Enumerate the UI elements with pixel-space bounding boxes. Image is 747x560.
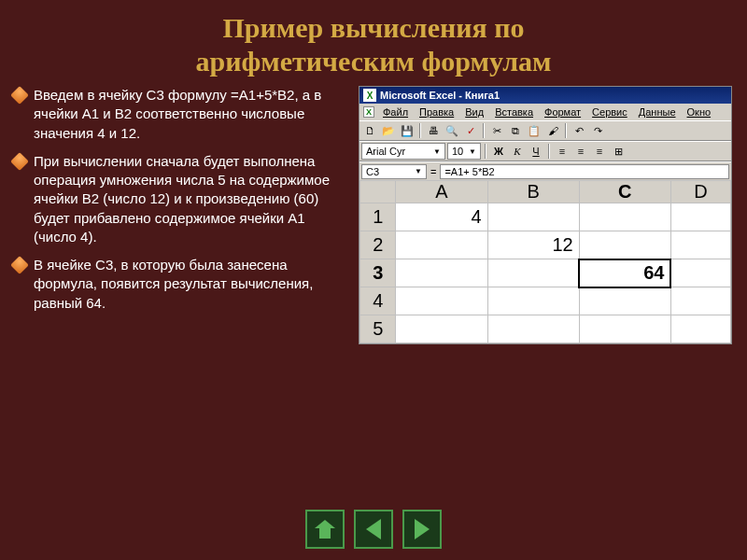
spell-button[interactable]: ✓ (462, 122, 479, 139)
bullet-text: В ячейке С3, в которую была занесена фор… (34, 256, 349, 313)
col-header-B[interactable]: B (487, 181, 579, 203)
menu-view[interactable]: Вид (460, 105, 488, 119)
cell-C4[interactable] (579, 287, 670, 315)
cut-button[interactable]: ✂ (488, 122, 505, 139)
nav-prev-button[interactable] (354, 510, 393, 549)
bullet-text: Введем в ячейку С3 формулу =А1+5*В2, а в… (34, 86, 349, 143)
row-header-2[interactable]: 2 (360, 231, 396, 259)
paste-button[interactable]: 📋 (526, 122, 543, 139)
font-size: 10 (452, 146, 463, 157)
menu-insert[interactable]: Вставка (490, 105, 538, 119)
open-button[interactable]: 📂 (380, 122, 397, 139)
cell-A1[interactable]: 4 (396, 203, 487, 231)
preview-button[interactable]: 🔍 (444, 122, 460, 139)
cell-A2[interactable] (396, 231, 487, 259)
arrow-left-icon (366, 519, 381, 539)
excel-column: X Microsoft Excel - Книга1 X Файл Правка… (359, 86, 732, 344)
excel-titlebar: X Microsoft Excel - Книга1 (359, 87, 731, 104)
row-header-1[interactable]: 1 (360, 203, 396, 231)
formula-text: =A1+ 5*B2 (444, 166, 494, 177)
col-header-A[interactable]: A (396, 181, 487, 203)
menu-data[interactable]: Данные (634, 105, 681, 119)
menu-edit[interactable]: Правка (415, 105, 458, 119)
align-left-button[interactable]: ≡ (554, 143, 571, 160)
italic-button[interactable]: К (509, 143, 526, 160)
bullet-text: При вычислении сначала будет выполнена о… (34, 152, 349, 246)
row-header-4[interactable]: 4 (360, 287, 396, 315)
row-header-5[interactable]: 5 (360, 315, 396, 343)
excel-menubar: X Файл Правка Вид Вставка Формат Сервис … (359, 104, 731, 120)
align-center-button[interactable]: ≡ (572, 143, 589, 160)
cell-D4[interactable] (670, 287, 730, 315)
cell-A5[interactable] (396, 315, 487, 343)
home-icon (315, 520, 335, 539)
separator (485, 144, 486, 159)
bullet-item: В ячейке С3, в которую была занесена фор… (13, 256, 349, 313)
equals-label: = (430, 166, 436, 177)
font-size-select[interactable]: 10 ▼ (447, 143, 481, 160)
save-button[interactable]: 💾 (399, 122, 416, 139)
nav-buttons (305, 510, 442, 549)
cell-D1[interactable] (670, 203, 730, 231)
new-button[interactable]: 🗋 (361, 122, 378, 139)
standard-toolbar: 🗋 📂 💾 🖶 🔍 ✓ ✂ ⧉ 📋 🖌 ↶ ↷ (359, 120, 731, 141)
cell-C5[interactable] (579, 315, 670, 343)
font-name: Arial Cyr (366, 146, 405, 157)
menu-tools[interactable]: Сервис (587, 105, 632, 119)
diamond-icon (10, 86, 29, 105)
cell-A3[interactable] (396, 259, 487, 287)
cell-B3[interactable] (487, 259, 579, 287)
separator (483, 123, 485, 138)
chevron-down-icon: ▼ (469, 147, 476, 156)
diamond-icon (10, 256, 29, 274)
sheet-table: A B C D 1 4 2 12 (359, 180, 731, 343)
arrow-right-icon (415, 519, 430, 539)
cell-D5[interactable] (670, 315, 730, 343)
title-line-2: арифметическим формулам (0, 45, 747, 78)
cell-B5[interactable] (487, 315, 579, 343)
bullet-item: При вычислении сначала будет выполнена о… (13, 152, 349, 246)
bold-button[interactable]: Ж (490, 143, 507, 160)
col-header-D[interactable]: D (670, 181, 730, 203)
name-box[interactable]: C3 ▼ (361, 164, 427, 179)
menu-file[interactable]: Файл (378, 105, 413, 119)
chevron-down-icon: ▼ (433, 147, 441, 156)
diamond-icon (10, 152, 29, 171)
undo-button[interactable]: ↶ (571, 122, 587, 139)
redo-button[interactable]: ↷ (589, 122, 606, 139)
font-select[interactable]: Arial Cyr ▼ (361, 143, 445, 160)
excel-app-title: Microsoft Excel - Книга1 (380, 90, 500, 101)
formula-input[interactable]: =A1+ 5*B2 (440, 164, 729, 179)
underline-button[interactable]: Ч (528, 143, 544, 160)
nav-next-button[interactable] (402, 510, 442, 549)
cell-B4[interactable] (487, 287, 579, 315)
excel-window: X Microsoft Excel - Книга1 X Файл Правка… (359, 86, 732, 344)
formula-bar: C3 ▼ = =A1+ 5*B2 (359, 161, 731, 180)
select-all-corner[interactable] (360, 181, 396, 203)
cell-D2[interactable] (670, 231, 730, 259)
cell-D3[interactable] (670, 259, 730, 287)
row-header-3[interactable]: 3 (360, 259, 396, 287)
cell-C1[interactable] (579, 203, 670, 231)
workbook-icon: X (363, 106, 374, 118)
page-title: Пример вычисления по арифметическим форм… (0, 0, 747, 86)
cell-A4[interactable] (396, 287, 487, 315)
print-button[interactable]: 🖶 (425, 122, 442, 139)
menu-format[interactable]: Формат (540, 105, 585, 119)
menu-window[interactable]: Окно (683, 105, 716, 119)
cell-B2[interactable]: 12 (487, 231, 579, 259)
name-box-value: C3 (366, 166, 379, 177)
copy-button[interactable]: ⧉ (507, 122, 524, 139)
cell-C3[interactable]: 64 (579, 259, 670, 287)
chevron-down-icon: ▼ (415, 167, 422, 175)
format-painter-button[interactable]: 🖌 (544, 122, 561, 139)
nav-home-button[interactable] (305, 510, 345, 549)
cell-B1[interactable] (487, 203, 579, 231)
spreadsheet-grid: A B C D 1 4 2 12 (359, 180, 731, 343)
col-header-C[interactable]: C (579, 181, 670, 203)
separator (419, 123, 421, 138)
merge-button[interactable]: ⊞ (610, 143, 627, 160)
align-right-button[interactable]: ≡ (591, 143, 608, 160)
cell-C2[interactable] (579, 231, 670, 259)
title-line-1: Пример вычисления по (0, 11, 747, 45)
